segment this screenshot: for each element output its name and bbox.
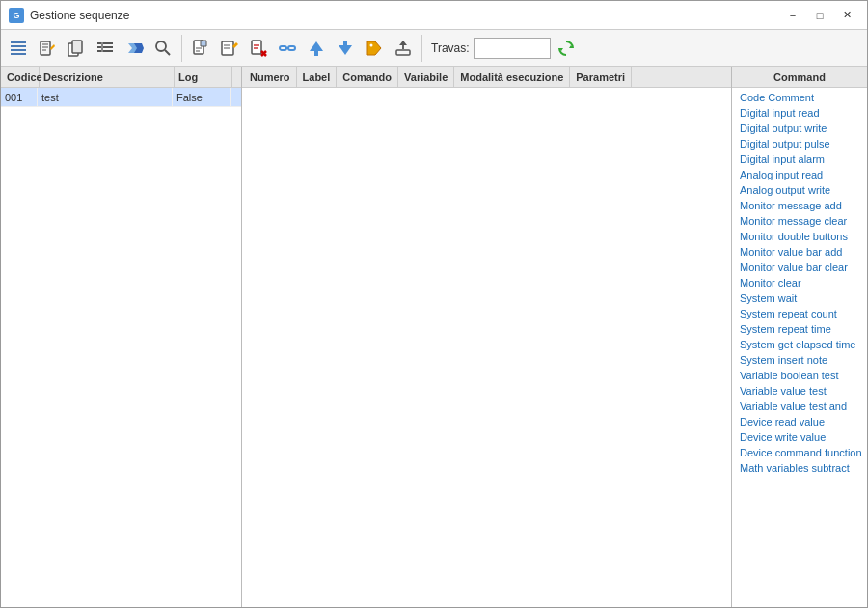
search-label: Travas: (431, 41, 470, 55)
svg-rect-27 (252, 41, 261, 54)
toolbar-down-button[interactable] (332, 35, 359, 62)
toolbar-refresh-button[interactable] (553, 35, 580, 62)
title-bar: G Gestione sequenze − □ ✕ (1, 1, 867, 30)
left-panel-header: Codice Descrizione Log (1, 67, 241, 88)
tag-icon (365, 39, 384, 58)
right-panel-item[interactable]: Variable boolean test (732, 368, 867, 383)
new-icon (191, 39, 210, 58)
right-panel-item[interactable]: Monitor message clear (732, 213, 867, 229)
svg-rect-11 (97, 42, 113, 44)
svg-rect-38 (343, 41, 347, 45)
svg-rect-10 (72, 41, 82, 53)
toolbar-delete-button[interactable] (245, 35, 272, 62)
delete-icon (249, 39, 268, 58)
col-header-log: Log (175, 67, 232, 87)
svg-marker-20 (201, 41, 206, 46)
cut-icon (95, 39, 115, 58)
pencil-icon (38, 39, 57, 58)
right-panel-item[interactable]: Digital output write (732, 121, 867, 136)
right-panel-item[interactable]: Monitor value bar add (732, 244, 867, 260)
minimize-button[interactable]: − (780, 6, 805, 25)
toolbar-new-button[interactable] (187, 35, 214, 62)
toolbar-export-button[interactable] (390, 35, 417, 62)
center-body (242, 88, 731, 607)
svg-marker-42 (399, 41, 407, 45)
col-header-codice: Codice (3, 67, 40, 87)
refresh-icon (556, 39, 576, 58)
toolbar-arrow-right-button[interactable] (121, 35, 148, 62)
right-panel-item[interactable]: Variable value test and (732, 399, 867, 414)
svg-marker-37 (339, 45, 352, 55)
window-title: Gestione sequenze (30, 9, 129, 22)
svg-rect-12 (97, 46, 113, 48)
svg-rect-14 (101, 42, 103, 52)
svg-marker-35 (310, 41, 323, 51)
search-input[interactable] (474, 38, 551, 59)
search-area: Travas: (431, 38, 551, 59)
title-bar-left: G Gestione sequenze (9, 8, 129, 23)
close-button[interactable]: ✕ (834, 6, 859, 25)
right-panel-header: Command (732, 67, 867, 88)
main-content: Codice Descrizione Log 001 test False Nu… (1, 67, 867, 607)
right-panel-item[interactable]: Device command function (732, 445, 867, 460)
right-panel-item[interactable]: Code Comment (732, 90, 867, 105)
right-header-label: Command (773, 71, 826, 83)
left-panel-rows: 001 test False (1, 88, 241, 607)
toolbar-up-button[interactable] (303, 35, 330, 62)
right-panel-item[interactable]: System repeat time (732, 321, 867, 337)
right-panel-item[interactable]: Monitor message add (732, 198, 867, 213)
right-panel-item[interactable]: System repeat count (732, 306, 867, 321)
col-numero: Numero (244, 67, 297, 87)
toolbar-edit-button[interactable] (34, 35, 61, 62)
copy-icon (67, 39, 86, 58)
center-panel: Numero Label Comando Variabile Modalità … (242, 67, 732, 607)
right-panel-item[interactable]: Device write value (732, 429, 867, 445)
right-panel-item[interactable]: Math variables subtract (732, 460, 867, 476)
right-panel-item[interactable]: Variable value test (732, 383, 867, 399)
toolbar-search-button[interactable] (149, 35, 176, 62)
svg-rect-1 (11, 45, 26, 47)
svg-rect-36 (314, 51, 318, 56)
export-icon (393, 39, 413, 58)
right-panel-item[interactable]: Monitor value bar clear (732, 260, 867, 275)
toolbar-separator-2 (421, 35, 422, 62)
table-row[interactable]: 001 test False (1, 88, 241, 107)
toolbar-copy-button[interactable] (63, 35, 90, 62)
col-header-descrizione: Descrizione (40, 67, 175, 87)
toolbar-list-button[interactable] (5, 35, 32, 62)
svg-rect-2 (11, 49, 26, 51)
toolbar-tag-button[interactable] (361, 35, 388, 62)
right-panel-item[interactable]: Digital output pulse (732, 136, 867, 152)
toolbar-cut-button[interactable] (92, 35, 119, 62)
right-panel-item[interactable]: Monitor clear (732, 275, 867, 290)
right-panel-item[interactable]: Digital input alarm (732, 152, 867, 167)
right-panel-item[interactable]: Analog output write (732, 182, 867, 198)
down-arrow-icon (336, 39, 355, 58)
maximize-button[interactable]: □ (807, 6, 832, 25)
right-panel-item[interactable]: Device read value (732, 414, 867, 429)
svg-rect-32 (280, 46, 286, 50)
svg-rect-4 (41, 41, 50, 55)
svg-point-39 (370, 43, 373, 46)
cell-descrizione: test (38, 88, 173, 106)
cell-log: False (173, 88, 231, 106)
svg-point-17 (156, 41, 166, 51)
right-panel-item[interactable]: Monitor double buttons (732, 229, 867, 244)
app-icon: G (9, 8, 24, 23)
right-panel-item[interactable]: System insert note (732, 352, 867, 368)
toolbar-edit2-button[interactable] (216, 35, 243, 62)
magnifier-icon (153, 39, 173, 58)
svg-line-18 (165, 50, 170, 55)
svg-rect-33 (288, 46, 295, 50)
center-header: Numero Label Comando Variabile Modalità … (242, 67, 731, 88)
right-panel-item[interactable]: System get elapsed time (732, 337, 867, 352)
col-comando: Comando (337, 67, 398, 87)
col-label: Label (297, 67, 338, 87)
svg-rect-13 (97, 50, 113, 52)
toolbar-chain-button[interactable] (274, 35, 301, 62)
right-panel-item[interactable]: Digital input read (732, 105, 867, 121)
right-panel-item[interactable]: System wait (732, 290, 867, 306)
list-icon (9, 39, 28, 58)
main-window: G Gestione sequenze − □ ✕ (0, 0, 868, 608)
right-panel-item[interactable]: Analog input read (732, 167, 867, 182)
